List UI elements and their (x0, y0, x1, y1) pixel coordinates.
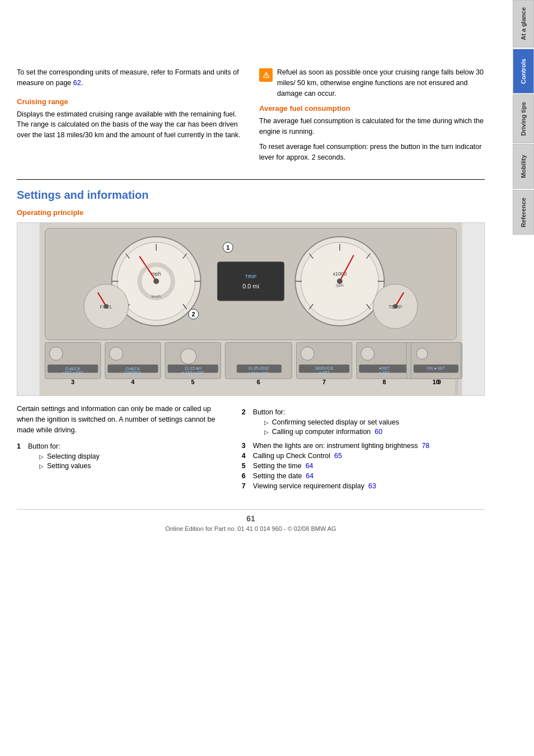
list-item-2-text: Button for: (253, 408, 285, 416)
sub-item-2-2: ▷ Calling up computer information 60 (264, 428, 399, 436)
svg-point-38 (393, 304, 397, 309)
list-item-7-text: Viewing service requirement display 63 (253, 482, 376, 490)
svg-point-34 (104, 304, 109, 309)
svg-point-57 (181, 349, 196, 365)
sub-list-1: ▷ Selecting display ▷ Setting values (39, 452, 100, 470)
list-num-4: 4 (242, 452, 253, 460)
cruising-range-heading: Cruising range (17, 97, 242, 106)
ref-service-link[interactable]: 63 (368, 482, 376, 490)
list-num-3: 3 (242, 442, 253, 450)
list-num-2: 2 (242, 408, 253, 416)
page-62-link[interactable]: 62 (73, 79, 81, 87)
dashboard-svg: mph km/h x1000 rpm (17, 223, 484, 395)
svg-text:●SET: ●SET (379, 366, 390, 371)
bullet-icon: ▷ (264, 419, 269, 426)
ref-date-link[interactable]: 64 (306, 472, 313, 480)
bullet-icon: ▷ (39, 454, 44, 460)
edition-text: Online Edition for Part no. 01 41 0 014 … (165, 525, 336, 532)
units-intro-text: To set the corresponding units of measur… (17, 67, 242, 88)
list-item-7: 7 Viewing service requirement display 63 (242, 482, 485, 490)
sub-list-2: ▷ Confirming selected display or set val… (264, 418, 399, 436)
ref-time-link[interactable]: 64 (306, 462, 313, 470)
sub-item-2-1: ▷ Confirming selected display or set val… (264, 418, 399, 426)
svg-point-85 (416, 348, 428, 360)
list-num-5: 5 (242, 462, 253, 470)
svg-text:►SET: ►SET (319, 371, 330, 375)
list-item-4-text: Calling up Check Control 65 (253, 452, 342, 460)
svg-text:6: 6 (257, 379, 260, 385)
svg-text:4: 4 (131, 379, 134, 385)
svg-text:3: 3 (71, 379, 74, 385)
svg-text:►SET ►SET: ►SET ►SET (249, 371, 269, 375)
svg-text:0.0 mi: 0.0 mi (242, 283, 259, 290)
warning-icon: ⚠ (259, 68, 273, 82)
operating-principle-heading: Operating principle (17, 208, 485, 217)
sub-item-1-2: ▷ Setting values (39, 462, 100, 470)
svg-rect-28 (217, 262, 284, 301)
page-number: 61 (17, 514, 485, 523)
list-item-6: 6 Setting the date 64 (242, 472, 485, 480)
top-right-column: ⚠ Refuel as soon as possible once your c… (259, 67, 485, 162)
lower-left-column: Certain settings and information can onl… (17, 404, 219, 492)
sidebar-tab-driving-tips[interactable]: Driving tips (513, 95, 534, 143)
svg-point-74 (361, 347, 374, 361)
svg-text:1: 1 (226, 244, 229, 251)
bullet-icon: ▷ (39, 463, 44, 469)
avg-fuel-body1: The average fuel consumption is calculat… (259, 116, 485, 137)
page-footer: 61 Online Edition for Part no. 01 41 0 0… (17, 509, 485, 532)
section-divider (17, 179, 485, 180)
warning-text: Refuel as soon as possible once your cru… (277, 67, 485, 99)
sidebar-tab-at-a-glance[interactable]: At a glance (513, 0, 534, 48)
list-item-6-text: Setting the date 64 (253, 472, 313, 480)
svg-point-27 (337, 279, 343, 284)
sub-item-1-2-text: Setting values (47, 462, 91, 470)
svg-text:8: 8 (382, 379, 386, 385)
list-item-2-content: Button for: ▷ Confirming selected displa… (253, 408, 399, 437)
sidebar-right: At a glance Controls Driving tips Mobili… (513, 0, 534, 756)
svg-text:WBC37E65A5: WBC37E65A5 (455, 379, 458, 395)
bullet-icon: ▷ (264, 429, 269, 435)
list-item-3: 3 When the lights are on: instrument lig… (242, 442, 485, 450)
svg-point-51 (110, 347, 123, 361)
avg-fuel-heading: Average fuel consumption (259, 104, 485, 113)
sidebar-tab-mobility[interactable]: Mobility (513, 144, 534, 189)
list-num-7: 7 (242, 482, 253, 490)
avg-fuel-body2: To reset average fuel consumption: press… (259, 142, 485, 163)
list-num-1: 1 (17, 442, 28, 450)
svg-text:11:15 am: 11:15 am (184, 366, 202, 371)
dashboard-image: mph km/h x1000 rpm (17, 222, 485, 396)
svg-text:5: 5 (191, 379, 195, 385)
cruising-range-body: Displays the estimated cruising range av… (17, 109, 242, 141)
svg-text:SERVICE: SERVICE (315, 366, 334, 371)
list-item-4: 4 Calling up Check Control 65 (242, 452, 485, 460)
svg-point-68 (301, 347, 314, 361)
top-section: To set the corresponding units of measur… (17, 67, 485, 162)
svg-point-45 (49, 347, 63, 361)
svg-text:10: 10 (433, 379, 439, 385)
section-title: Settings and information (17, 189, 485, 202)
top-left-column: To set the corresponding units of measur… (17, 67, 242, 162)
list-num-6: 6 (242, 472, 253, 480)
ignition-note: Certain settings and information can onl… (17, 404, 219, 435)
svg-text:2: 2 (192, 311, 195, 318)
sub-item-1-1: ▷ Selecting display (39, 452, 100, 460)
lower-right-column: 2 Button for: ▷ Confirming selected disp… (242, 404, 485, 492)
sidebar-tab-controls[interactable]: Controls (513, 49, 534, 94)
list-item-1: 1 Button for: ▷ Selecting display ▷ (17, 442, 219, 472)
ref-60-link[interactable]: 60 (374, 428, 382, 436)
warning-box: ⚠ Refuel as soon as possible once your c… (259, 67, 485, 99)
sub-item-2-1-text: Confirming selected display or set value… (272, 418, 399, 426)
svg-point-14 (153, 279, 159, 284)
list-item-5: 5 Setting the time 64 (242, 462, 485, 470)
ref-65-link[interactable]: 65 (334, 452, 342, 460)
list-item-2: 2 Button for: ▷ Confirming selected disp… (242, 408, 485, 437)
sidebar-tab-reference[interactable]: Reference (513, 190, 534, 235)
list-item-3-text: When the lights are on: instrument light… (253, 442, 429, 450)
sub-item-2-2-text: Calling up computer information 60 (272, 428, 382, 436)
list-item-1-content: Button for: ▷ Selecting display ▷ Settin… (28, 442, 100, 472)
sub-item-1-1-text: Selecting display (47, 452, 100, 460)
ref-78-link[interactable]: 78 (421, 442, 429, 450)
svg-rect-84 (411, 343, 461, 379)
svg-text:►SET: ►SET (379, 371, 390, 375)
svg-text:►SET ►SET: ►SET ►SET (182, 371, 204, 375)
